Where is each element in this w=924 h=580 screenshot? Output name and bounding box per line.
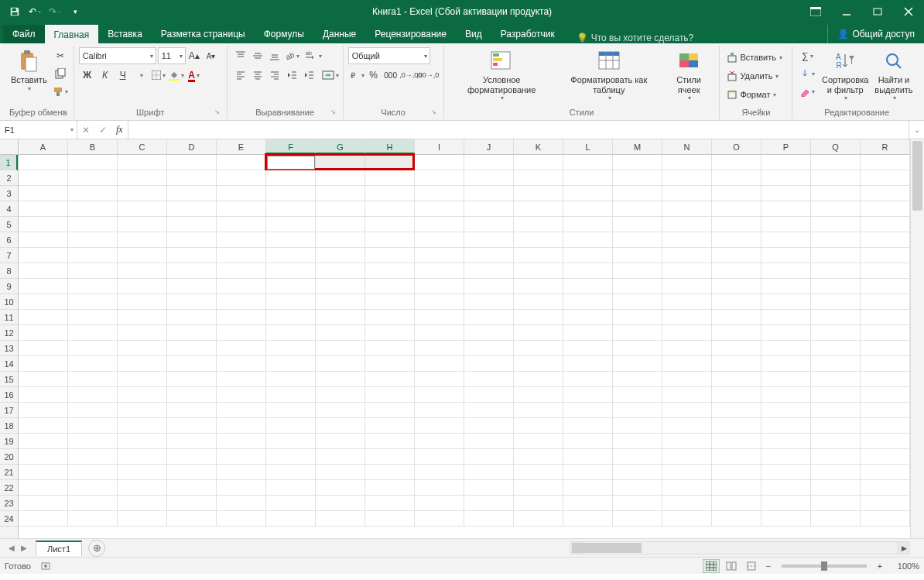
- cell[interactable]: [167, 372, 217, 387]
- cell[interactable]: [415, 279, 464, 294]
- cell[interactable]: [761, 232, 811, 248]
- cell[interactable]: [118, 279, 167, 294]
- cut-button[interactable]: ✂: [52, 47, 69, 64]
- horizontal-scrollbar[interactable]: ◀ ▶: [570, 541, 910, 554]
- view-normal-button[interactable]: [703, 559, 720, 573]
- cell[interactable]: [563, 480, 613, 496]
- cell[interactable]: [266, 465, 316, 480]
- cell[interactable]: [613, 201, 662, 217]
- cell[interactable]: [118, 248, 167, 263]
- cell[interactable]: [415, 186, 464, 201]
- cell[interactable]: [563, 403, 613, 418]
- cell[interactable]: [563, 279, 613, 294]
- cell[interactable]: [861, 496, 910, 511]
- column-header[interactable]: M: [613, 139, 662, 154]
- cell[interactable]: [514, 449, 563, 465]
- cell[interactable]: [662, 325, 712, 341]
- row-header[interactable]: 5: [0, 217, 18, 232]
- borders-button[interactable]: [150, 67, 167, 84]
- cell[interactable]: [761, 341, 811, 356]
- cell[interactable]: [464, 341, 514, 356]
- cell[interactable]: [217, 434, 266, 449]
- cell[interactable]: [266, 356, 316, 372]
- cell[interactable]: [365, 418, 415, 434]
- cell[interactable]: [68, 387, 118, 403]
- cell[interactable]: [316, 496, 365, 511]
- copy-button[interactable]: [52, 65, 69, 82]
- cell[interactable]: [514, 341, 563, 356]
- cell[interactable]: [662, 232, 712, 248]
- cell[interactable]: [167, 356, 217, 372]
- cell[interactable]: [217, 217, 266, 232]
- cell[interactable]: [514, 232, 563, 248]
- column-header[interactable]: O: [712, 139, 761, 154]
- cell[interactable]: [365, 217, 415, 232]
- cell[interactable]: [662, 403, 712, 418]
- cell[interactable]: [415, 387, 464, 403]
- cell[interactable]: [464, 325, 514, 341]
- cell[interactable]: [118, 325, 167, 341]
- cell[interactable]: [464, 387, 514, 403]
- cell[interactable]: [68, 496, 118, 511]
- cell[interactable]: [167, 325, 217, 341]
- cell[interactable]: [811, 449, 861, 465]
- cell[interactable]: [365, 403, 415, 418]
- cell[interactable]: [861, 248, 910, 263]
- cell[interactable]: [19, 356, 68, 372]
- cell[interactable]: [613, 356, 662, 372]
- tab-page-layout[interactable]: Разметка страницы: [152, 25, 255, 43]
- cell[interactable]: [365, 155, 415, 170]
- cell[interactable]: [118, 232, 167, 248]
- cell[interactable]: [712, 511, 761, 527]
- cell[interactable]: [662, 511, 712, 527]
- cell[interactable]: [563, 263, 613, 279]
- cell[interactable]: [563, 217, 613, 232]
- cell[interactable]: [365, 465, 415, 480]
- cell[interactable]: [365, 372, 415, 387]
- cell[interactable]: [217, 279, 266, 294]
- cell[interactable]: [811, 418, 861, 434]
- cell[interactable]: [118, 155, 167, 170]
- cell[interactable]: [514, 434, 563, 449]
- comma-format-button[interactable]: 000: [382, 67, 399, 84]
- cell[interactable]: [415, 449, 464, 465]
- cell[interactable]: [761, 356, 811, 372]
- underline-dropdown[interactable]: [132, 67, 149, 84]
- cell[interactable]: [68, 294, 118, 310]
- cell[interactable]: [68, 186, 118, 201]
- cell[interactable]: [68, 170, 118, 186]
- cell[interactable]: [415, 465, 464, 480]
- cell[interactable]: [19, 232, 68, 248]
- cell[interactable]: [19, 279, 68, 294]
- font-launcher-icon[interactable]: ↘: [213, 108, 222, 118]
- cell[interactable]: [266, 449, 316, 465]
- cell[interactable]: [811, 434, 861, 449]
- cell[interactable]: [266, 418, 316, 434]
- cell[interactable]: [464, 217, 514, 232]
- cell[interactable]: [712, 465, 761, 480]
- cell[interactable]: [712, 387, 761, 403]
- cell[interactable]: [563, 496, 613, 511]
- zoom-out-button[interactable]: −: [763, 561, 774, 571]
- cell[interactable]: [365, 480, 415, 496]
- cell[interactable]: [761, 186, 811, 201]
- cell[interactable]: [464, 434, 514, 449]
- cell[interactable]: [712, 449, 761, 465]
- cell[interactable]: [415, 403, 464, 418]
- cell[interactable]: [415, 341, 464, 356]
- cell[interactable]: [613, 155, 662, 170]
- cell[interactable]: [662, 263, 712, 279]
- ribbon-display-options-icon[interactable]: [800, 0, 831, 23]
- cell[interactable]: [514, 403, 563, 418]
- cell[interactable]: [19, 248, 68, 263]
- cell[interactable]: [316, 465, 365, 480]
- zoom-slider[interactable]: [782, 565, 867, 568]
- cell[interactable]: [613, 449, 662, 465]
- cell[interactable]: [761, 434, 811, 449]
- cell[interactable]: [217, 449, 266, 465]
- cell[interactable]: [861, 480, 910, 496]
- vertical-scrollbar[interactable]: [910, 139, 924, 538]
- alignment-launcher-icon[interactable]: ↘: [329, 108, 338, 118]
- cell[interactable]: [415, 201, 464, 217]
- cell[interactable]: [861, 325, 910, 341]
